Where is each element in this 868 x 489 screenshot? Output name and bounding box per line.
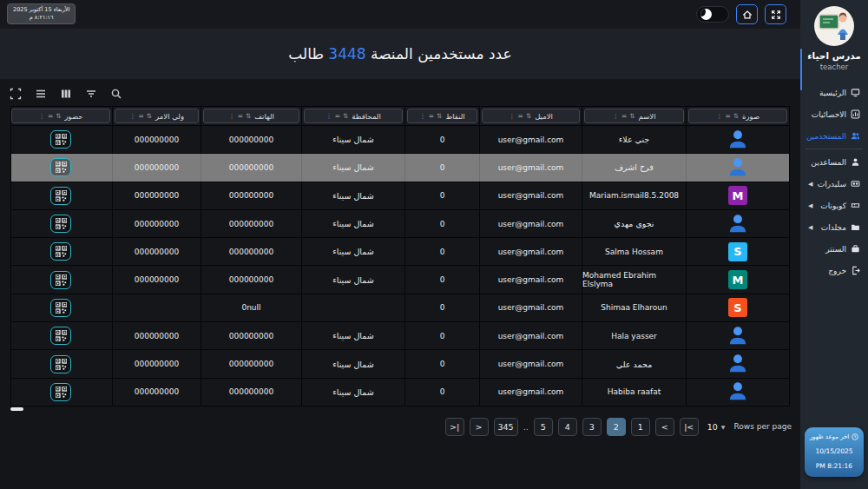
page-button-5[interactable]: 5: [534, 418, 553, 436]
attendance-qr-button[interactable]: [50, 355, 71, 373]
sidebar-item-3[interactable]: المساعدين: [800, 151, 868, 173]
menu-icon[interactable]: =: [48, 113, 53, 120]
sort-icon[interactable]: ⇅: [246, 113, 251, 120]
column-header-chip[interactable]: الهاتف⇅=⋮: [203, 109, 299, 123]
sidebar-item-0[interactable]: الرئيسية: [800, 82, 868, 103]
cell-attendance: [10, 210, 112, 237]
sort-icon[interactable]: ⇅: [147, 113, 152, 120]
attendance-qr-button[interactable]: [50, 215, 71, 233]
attendance-qr-button[interactable]: [50, 130, 71, 149]
cell-governorate: شمال سيناء: [301, 210, 404, 237]
cell-attendance: [10, 379, 112, 406]
sort-icon[interactable]: ⇅: [343, 113, 348, 120]
dots-icon[interactable]: ⋮: [326, 113, 332, 120]
cell-avatar: M: [686, 266, 789, 293]
sort-icon[interactable]: ⇅: [56, 113, 61, 120]
column-header-chip[interactable]: صورة⇅=⋮: [688, 109, 787, 123]
dots-icon[interactable]: ⋮: [129, 113, 136, 120]
first-page-button[interactable]: |<: [680, 418, 699, 436]
filter-icon[interactable]: [84, 87, 97, 100]
column-header-3: النقاط⇅=⋮: [404, 107, 479, 125]
column-header-chip[interactable]: النقاط⇅=⋮: [407, 109, 477, 123]
menu-icon[interactable]: =: [335, 113, 340, 120]
assistants-icon: [851, 157, 860, 167]
profile: مدرس احياء teacher: [800, 0, 868, 71]
avatar: [727, 155, 749, 180]
expand-table-icon[interactable]: [9, 87, 22, 100]
table-row[interactable]: محمد عليuser@gmail.com0شمال سيناء0000000…: [11, 349, 789, 377]
dots-icon[interactable]: ⋮: [419, 113, 426, 120]
page-button-1[interactable]: 1: [631, 418, 650, 436]
search-icon[interactable]: [109, 87, 122, 100]
menu-icon[interactable]: =: [138, 113, 143, 120]
table-row[interactable]: Habiba raafatuser@gmail.com0شمال سيناء00…: [11, 378, 789, 406]
page-button-3[interactable]: 3: [582, 418, 602, 436]
column-header-chip[interactable]: ولي الامر⇅=⋮: [115, 109, 199, 123]
dots-icon[interactable]: ⋮: [612, 113, 619, 120]
users-icon: [851, 131, 860, 141]
column-header-chip[interactable]: حضور⇅=⋮: [11, 109, 110, 123]
caret-down-icon: ▼: [721, 424, 726, 430]
table-row[interactable]: MMohamed Ebrahim Elslymauser@gmail.com0ش…: [11, 265, 789, 293]
sidebar-item-5[interactable]: كوبونات◀: [800, 195, 868, 216]
attendance-qr-button[interactable]: [50, 187, 71, 205]
attendance-qr-button[interactable]: [50, 271, 71, 289]
column-header-chip[interactable]: الاسم⇅=⋮: [584, 109, 684, 123]
menu-icon[interactable]: =: [238, 113, 243, 120]
column-header-chip[interactable]: الاميل⇅=⋮: [482, 109, 580, 123]
sidebar-item-label: المستخدمين: [806, 132, 846, 141]
sort-icon[interactable]: ⇅: [629, 113, 635, 120]
dots-icon[interactable]: ⋮: [716, 113, 723, 120]
cell-governorate: شمال سيناء: [301, 350, 404, 377]
table-row[interactable]: فرح اشرفuser@gmail.com0شمال سيناء0000000…: [11, 153, 789, 181]
cell-phone: 0null: [201, 294, 301, 321]
attendance-qr-button[interactable]: [50, 327, 71, 345]
sort-icon[interactable]: ⇅: [526, 113, 531, 120]
page-button-4[interactable]: 4: [558, 418, 577, 436]
scrollbar-thumb[interactable]: [10, 407, 23, 411]
sidebar-item-4[interactable]: سليدرات◀: [800, 173, 868, 195]
column-label: حضور: [64, 112, 82, 121]
attendance-qr-button[interactable]: [50, 383, 71, 401]
sidebar-scrollbar[interactable]: [800, 49, 802, 90]
last-page-number-button[interactable]: 345: [494, 418, 518, 436]
table-row[interactable]: Hala yasseruser@gmail.com0شمال سيناء0000…: [11, 321, 789, 349]
table-row[interactable]: SShimaa Elharounuser@gmail.com00null: [11, 294, 789, 321]
sidebar-item-1[interactable]: الاحصائيات: [800, 103, 868, 125]
density-icon[interactable]: [34, 87, 47, 100]
dots-icon[interactable]: ⋮: [509, 113, 516, 120]
teacher-avatar[interactable]: [814, 6, 854, 46]
menu-icon[interactable]: =: [621, 113, 627, 120]
teacher-illustration-icon: [814, 6, 854, 46]
column-label: النقاط: [445, 112, 464, 121]
menu-icon[interactable]: =: [518, 113, 523, 120]
cell-points: 0: [404, 238, 479, 265]
sort-icon[interactable]: ⇅: [733, 113, 739, 120]
table-row[interactable]: جني علاءuser@gmail.com0شمال سيناء0000000…: [11, 125, 789, 153]
page-button-2[interactable]: 2: [607, 418, 626, 436]
attendance-qr-button[interactable]: [50, 299, 71, 317]
sidebar-item-8[interactable]: خروج: [800, 260, 868, 281]
sidebar-item-6[interactable]: مجلدات◀: [800, 216, 868, 238]
sidebar-item-2[interactable]: المستخدمين: [800, 125, 868, 147]
fullscreen-button[interactable]: [765, 4, 786, 24]
table-row[interactable]: MMariam.ismail8.5.2008user@gmail.com0شما…: [11, 182, 789, 209]
home-button[interactable]: [736, 4, 758, 24]
menu-icon[interactable]: =: [429, 113, 434, 120]
dots-icon[interactable]: ⋮: [38, 113, 45, 120]
last-page-button[interactable]: >|: [445, 418, 464, 436]
sidebar-item-7[interactable]: السنتر: [800, 238, 868, 260]
attendance-qr-button[interactable]: [50, 242, 71, 261]
dots-icon[interactable]: ⋮: [228, 113, 235, 120]
dark-mode-toggle[interactable]: [696, 6, 729, 23]
prev-page-button[interactable]: <: [655, 418, 674, 436]
column-header-chip[interactable]: المحافظة⇅=⋮: [304, 109, 403, 123]
next-page-button[interactable]: >: [470, 418, 489, 436]
columns-icon[interactable]: [59, 87, 72, 100]
table-row[interactable]: نجوى مهديuser@gmail.com0شمال سيناء000000…: [11, 209, 789, 237]
menu-icon[interactable]: =: [725, 113, 730, 120]
sort-icon[interactable]: ⇅: [437, 113, 442, 120]
attendance-qr-button[interactable]: [50, 158, 71, 176]
rows-per-page-select[interactable]: 10▼: [704, 418, 729, 436]
table-row[interactable]: SSalma Hossamuser@gmail.com0شمال سيناء00…: [11, 237, 789, 265]
